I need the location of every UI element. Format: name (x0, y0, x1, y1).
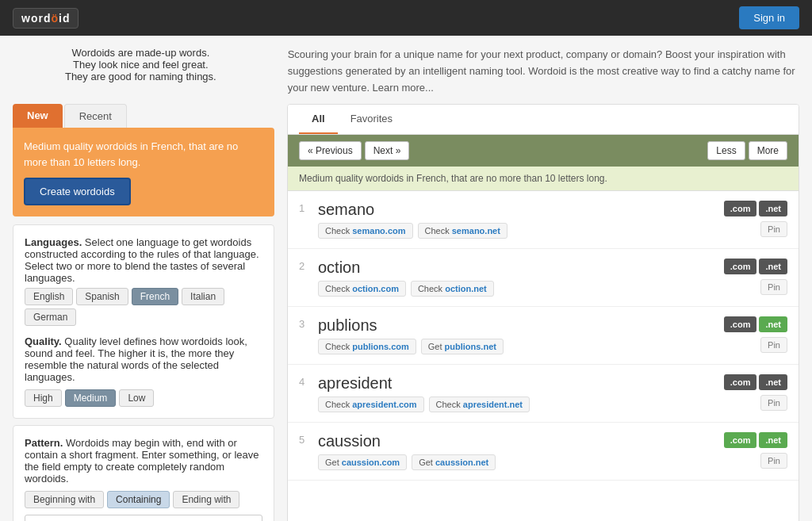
pattern-beginning[interactable]: Beginning with (25, 491, 104, 508)
com-badge: .com (724, 316, 757, 332)
result-number: 5 (299, 432, 318, 446)
lang-spanish[interactable]: Spanish (76, 288, 128, 305)
left-panel: New Recent Medium quality wordoids in Fr… (13, 104, 274, 521)
check-domain-button[interactable]: Check semano.com (318, 223, 413, 239)
nav-bar: « Previous Next » Less More (288, 135, 799, 167)
com-badge: .com (724, 374, 757, 390)
header: wordöid Sign in (0, 0, 812, 36)
table-row: 1 semano Check semano.comCheck semano.ne… (288, 191, 799, 249)
pattern-buttons: Beginning with Containing Ending with (25, 491, 262, 508)
status-bar: Medium quality wordoids in French, that … (288, 167, 799, 191)
prev-button[interactable]: « Previous (299, 141, 362, 160)
pattern-section: Pattern. Wordoids may begin with, end wi… (13, 425, 274, 521)
badge-row: .com .net (724, 316, 787, 332)
pin-button[interactable]: Pin (760, 221, 787, 237)
left-body: Medium quality wordoids in French, that … (13, 128, 274, 216)
badge-row: .com .net (724, 259, 787, 274)
check-domain-button[interactable]: Check apresident.net (429, 396, 530, 412)
quality-medium[interactable]: Medium (65, 389, 117, 407)
check-domain-button[interactable]: Check semano.net (418, 223, 508, 239)
tagline: Wordoids are made-up words. They look ni… (13, 47, 269, 96)
result-right: .com .net Pin (724, 316, 787, 353)
result-name: publions (318, 316, 724, 335)
aside-description: Scouring your brain for a unique name fo… (288, 47, 799, 96)
pin-button[interactable]: Pin (760, 453, 787, 469)
less-more-buttons: Less More (707, 141, 787, 160)
result-number: 1 (299, 201, 318, 214)
result-actions: Check oction.comCheck oction.net (318, 281, 724, 297)
result-actions: Get caussion.comGet caussion.net (318, 454, 724, 470)
language-buttons: English Spanish French Italian German (25, 288, 262, 326)
check-domain-button[interactable]: Check apresident.com (318, 396, 424, 412)
result-right: .com .net Pin (724, 201, 787, 237)
check-domain-button[interactable]: Get publions.net (421, 339, 504, 354)
result-content: semano Check semano.comCheck semano.net (318, 201, 724, 239)
results-list: 1 semano Check semano.comCheck semano.ne… (288, 191, 799, 481)
result-content: publions Check publions.comGet publions.… (318, 316, 724, 354)
pattern-input[interactable] (25, 515, 262, 521)
table-row: 3 publions Check publions.comGet publion… (288, 307, 799, 365)
less-button[interactable]: Less (707, 141, 745, 160)
lang-italian[interactable]: Italian (182, 288, 224, 305)
result-number: 3 (299, 316, 318, 330)
next-button[interactable]: Next » (365, 141, 410, 160)
table-row: 2 oction Check oction.comCheck oction.ne… (288, 249, 799, 307)
table-row: 4 apresident Check apresident.comCheck a… (288, 365, 799, 423)
com-badge: .com (724, 259, 757, 274)
pattern-title: Pattern. Wordoids may begin with, end wi… (25, 437, 262, 485)
check-domain-button[interactable]: Check oction.net (411, 281, 494, 297)
lang-french[interactable]: French (132, 288, 178, 305)
tab-new[interactable]: New (13, 104, 63, 128)
net-badge: .net (759, 374, 787, 390)
tab-favorites[interactable]: Favorites (338, 105, 405, 134)
check-domain-button[interactable]: Get caussion.com (318, 454, 407, 470)
languages-section: Languages. Select one language to get wo… (13, 224, 274, 419)
signin-button[interactable]: Sign in (739, 6, 799, 29)
net-badge: .net (759, 316, 787, 332)
result-content: oction Check oction.comCheck oction.net (318, 259, 724, 297)
check-domain-button[interactable]: Check oction.com (318, 281, 406, 297)
pin-button[interactable]: Pin (760, 279, 787, 295)
result-name: apresident (318, 374, 724, 393)
pin-button[interactable]: Pin (760, 395, 787, 411)
quality-buttons: High Medium Low (25, 389, 262, 407)
net-badge: .net (759, 259, 787, 274)
quality-high[interactable]: High (25, 389, 62, 407)
result-name: semano (318, 201, 724, 219)
wordoid-description: Medium quality wordoids in French, that … (24, 139, 263, 170)
result-right: .com .net Pin (724, 432, 787, 469)
badge-row: .com .net (724, 432, 787, 448)
create-wordoids-button[interactable]: Create wordoids (24, 178, 131, 205)
check-domain-button[interactable]: Check publions.com (318, 339, 416, 354)
table-row: 5 caussion Get caussion.comGet caussion.… (288, 423, 799, 481)
result-content: apresident Check apresident.comCheck apr… (318, 374, 724, 412)
lang-english[interactable]: English (25, 288, 73, 305)
check-domain-button[interactable]: Get caussion.net (412, 454, 496, 470)
com-badge: .com (724, 201, 757, 216)
quality-low[interactable]: Low (119, 389, 154, 407)
pattern-containing[interactable]: Containing (107, 491, 170, 508)
result-content: caussion Get caussion.comGet caussion.ne… (318, 432, 724, 470)
net-badge: .net (759, 432, 787, 448)
right-tabs: All Favorites (288, 105, 799, 135)
result-name: oction (318, 259, 724, 277)
tab-all[interactable]: All (299, 105, 338, 134)
result-name: caussion (318, 432, 724, 450)
tab-recent[interactable]: Recent (64, 104, 127, 128)
left-tabs: New Recent (13, 104, 274, 128)
result-right: .com .net Pin (724, 259, 787, 295)
lang-german[interactable]: German (25, 308, 76, 326)
result-actions: Check apresident.comCheck apresident.net (318, 396, 724, 412)
pattern-ending[interactable]: Ending with (173, 491, 239, 508)
result-actions: Check semano.comCheck semano.net (318, 223, 724, 239)
badge-row: .com .net (724, 374, 787, 390)
languages-title: Languages. Select one language to get wo… (25, 236, 262, 284)
right-panel: All Favorites « Previous Next » Less Mor… (287, 104, 799, 521)
badge-row: .com .net (724, 201, 787, 216)
prev-next-buttons: « Previous Next » (299, 141, 409, 160)
result-actions: Check publions.comGet publions.net (318, 339, 724, 354)
result-number: 2 (299, 259, 318, 272)
more-button[interactable]: More (749, 141, 787, 160)
pin-button[interactable]: Pin (760, 337, 787, 353)
com-badge: .com (724, 432, 757, 448)
